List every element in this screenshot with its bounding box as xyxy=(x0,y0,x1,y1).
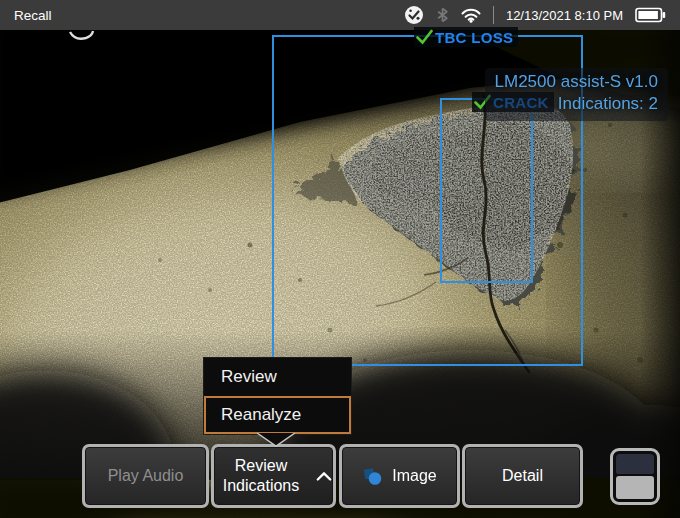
status-bar: Recall 12/13/2021 8:10 PM xyxy=(0,0,680,30)
indications-count: Indications: 2 xyxy=(495,93,658,115)
check-icon xyxy=(416,29,433,45)
detail-button-frame: Detail xyxy=(462,444,583,508)
connect-icon xyxy=(404,5,424,25)
analysis-title: LM2500 assist-S v1.0 xyxy=(495,71,658,93)
display-toggle-button[interactable] xyxy=(610,448,660,505)
wifi-icon xyxy=(461,8,481,23)
chevron-up-icon xyxy=(316,470,332,482)
bluetooth-icon xyxy=(436,6,449,24)
menu-item-review[interactable]: Review xyxy=(204,358,351,396)
review-indications-button-frame: Review Indications xyxy=(211,444,336,508)
display-toggle-top-pane xyxy=(616,454,654,474)
play-audio-button[interactable]: Play Audio xyxy=(85,447,206,505)
image-button[interactable]: Image xyxy=(342,447,457,505)
status-icons: 12/13/2021 8:10 PM xyxy=(404,5,666,25)
menu-item-reanalyze[interactable]: Reanalyze xyxy=(204,396,351,434)
detection-label-tbc-loss[interactable]: TBC LOSS xyxy=(414,27,518,47)
battery-icon xyxy=(635,7,666,23)
analysis-info: LM2500 assist-S v1.0 Indications: 2 xyxy=(485,68,668,121)
play-audio-button-frame: Play Audio xyxy=(82,444,209,508)
detection-box-crack[interactable]: CRACK xyxy=(440,98,533,283)
review-indications-button[interactable]: Review Indications xyxy=(214,447,333,505)
popup-menu: Review Reanalyze xyxy=(203,357,352,435)
menu-caret-icon xyxy=(256,433,296,447)
image-button-frame: Image xyxy=(339,444,460,508)
status-divider xyxy=(493,6,494,24)
image-icon xyxy=(362,467,383,486)
inspection-viewport: TBC LOSS CRACK LM2500 assist-S v1.0 Indi… xyxy=(0,30,680,518)
screen-title: Recall xyxy=(14,8,52,23)
detail-button[interactable]: Detail xyxy=(465,447,580,505)
datetime: 12/13/2021 8:10 PM xyxy=(506,8,623,23)
display-toggle-bottom-pane xyxy=(616,476,654,499)
